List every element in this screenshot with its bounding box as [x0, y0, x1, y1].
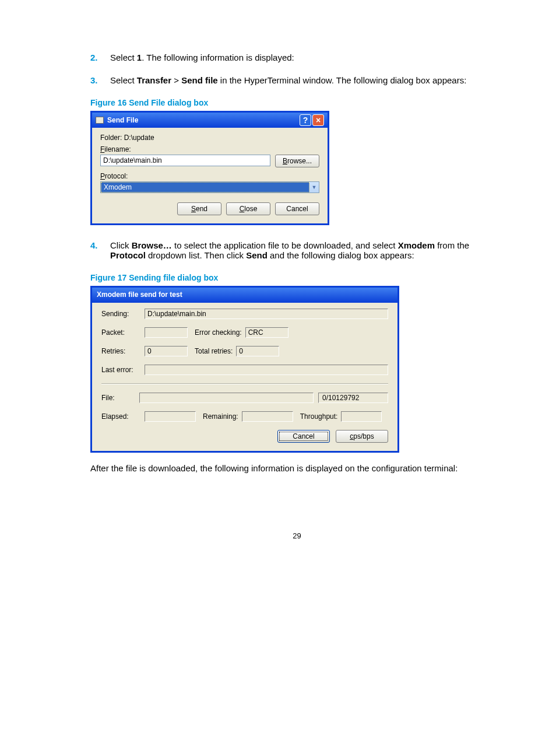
dialog-title: Xmodem file send for test [97, 290, 182, 299]
sending-value: D:\update\main.bin [145, 309, 388, 319]
help-button[interactable]: ? [300, 114, 311, 126]
error-checking-label: Error checking: [195, 328, 242, 337]
step-2: 2. Select 1. The following information i… [90, 52, 504, 62]
file-label: File: [101, 394, 136, 402]
after-download-text: After the file is downloaded, the follow… [90, 463, 504, 473]
packet-label: Packet: [101, 328, 141, 337]
protocol-select[interactable]: Xmodem ▼ [100, 181, 319, 193]
cancel-button[interactable]: Cancel [277, 430, 330, 443]
protocol-value: Xmodem [101, 182, 309, 192]
throughput-value [341, 411, 382, 422]
figure-16-caption: Figure 16 Send File dialog box [90, 98, 504, 107]
throughput-label: Throughput: [300, 412, 338, 421]
elapsed-label: Elapsed: [101, 412, 141, 421]
file-progress-text: 0/10129792 [318, 393, 388, 403]
dialog-titlebar[interactable]: Send File ? × [92, 113, 328, 128]
error-checking-value: CRC [245, 327, 288, 338]
send-file-dialog: Send File ? × Folder: D:\update Filename… [90, 111, 329, 225]
remaining-label: Remaining: [203, 412, 238, 421]
retries-label: Retries: [101, 347, 141, 355]
protocol-label: Protocol: [100, 172, 319, 180]
dialog-titlebar[interactable]: Xmodem file send for test [92, 288, 397, 303]
cancel-button[interactable]: Cancel [275, 202, 319, 215]
step-4: 4. Click Browse… to select the applicati… [90, 240, 504, 260]
file-progress-bar [139, 393, 314, 403]
close-icon[interactable]: × [312, 114, 324, 126]
packet-value [145, 327, 188, 338]
browse-button[interactable]: Browse... [275, 155, 319, 167]
last-error-value [145, 365, 388, 375]
filename-input[interactable] [100, 155, 270, 166]
last-error-label: Last error: [101, 366, 141, 374]
retries-value: 0 [145, 346, 188, 356]
filename-label: Filename: [100, 145, 319, 153]
divider [101, 383, 388, 384]
sending-dialog: Xmodem file send for test Sending: D:\up… [90, 286, 399, 453]
total-retries-label: Total retries: [195, 347, 233, 355]
figure-17-caption: Figure 17 Sending file dialog box [90, 273, 504, 282]
step-text: Click Browse… to select the application … [110, 240, 469, 260]
step-text: Select Transfer > Send file in the Hyper… [110, 75, 466, 85]
step-text: Select 1. The following information is d… [110, 52, 294, 62]
send-button[interactable]: Send [177, 202, 221, 215]
folder-label: Folder: D:\update [100, 134, 319, 142]
app-icon [96, 117, 104, 124]
step-3: 3. Select Transfer > Send file in the Hy… [90, 75, 504, 85]
page-number: 29 [90, 531, 504, 540]
dialog-title: Send File [107, 116, 138, 124]
chevron-down-icon[interactable]: ▼ [309, 182, 319, 192]
elapsed-value [145, 411, 196, 422]
remaining-value [242, 411, 293, 422]
step-number: 3. [90, 75, 98, 85]
page-content: 2. Select 1. The following information i… [0, 0, 556, 575]
sending-label: Sending: [101, 310, 141, 318]
total-retries-value: 0 [236, 346, 279, 356]
step-number: 4. [90, 240, 98, 250]
close-button[interactable]: Close [226, 202, 270, 215]
cpsbps-button[interactable]: cps/bps [336, 430, 388, 443]
step-number: 2. [90, 52, 98, 62]
